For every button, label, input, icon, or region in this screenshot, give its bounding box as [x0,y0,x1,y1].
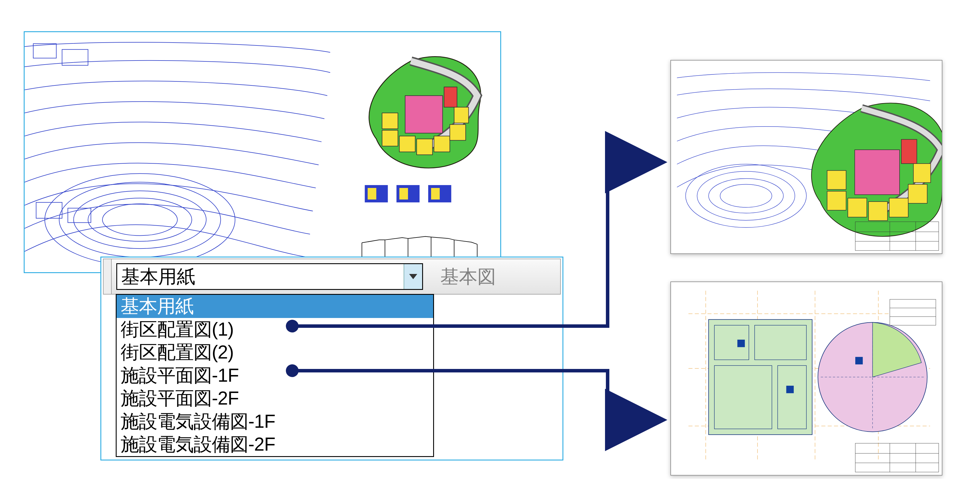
connector-source-dot [286,364,299,377]
svg-rect-9 [405,96,443,133]
svg-rect-5 [33,44,56,58]
svg-rect-44 [913,164,931,183]
paper-selector-panel: 基本用紙 基本図 基本用紙 街区配置図(1) 街区配置図(2) 施設平面図-1F… [100,257,563,460]
svg-rect-10 [444,87,457,107]
paper-option[interactable]: 施設電気設備図-1F [117,410,433,433]
svg-rect-39 [827,191,846,210]
paper-option[interactable]: 施設平面図-1F [117,364,433,387]
main-preview-panel [24,31,501,273]
svg-point-3 [88,198,192,241]
paper-option[interactable]: 街区配置図(1) [117,318,433,341]
svg-rect-37 [901,139,917,163]
svg-rect-23 [431,188,440,200]
svg-point-1 [59,182,221,257]
paper-option[interactable]: 街区配置図(2) [117,341,433,364]
paper-listbox[interactable]: 基本用紙 街区配置図(1) 街区配置図(2) 施設平面図-1F 施設平面図-2F… [116,294,434,457]
svg-rect-66 [737,340,745,347]
contour-drawing [25,32,500,273]
paper-select-value: 基本用紙 [121,264,195,289]
svg-point-2 [73,191,206,249]
svg-rect-38 [827,171,846,190]
paper-select[interactable]: 基本用紙 [116,263,423,290]
svg-rect-15 [434,136,450,152]
svg-rect-68 [855,357,863,364]
preview-thumbnail-1 [670,60,942,254]
svg-rect-13 [399,136,415,152]
toolbar-mode-label: 基本図 [441,264,496,289]
svg-rect-74 [890,299,936,325]
paper-option[interactable]: 施設電気設備図-2F [117,433,433,456]
paper-toolbar: 基本用紙 基本図 [103,259,561,295]
svg-rect-16 [450,125,466,141]
connector-source-dot [286,320,299,332]
svg-rect-42 [889,198,908,217]
svg-rect-12 [382,130,398,146]
svg-rect-11 [382,113,398,129]
toolbar-handle-icon [103,259,112,294]
svg-rect-22 [399,188,408,200]
svg-rect-40 [848,198,867,217]
svg-rect-41 [869,201,888,221]
svg-rect-14 [417,139,433,155]
preview-thumbnail-2 [670,281,942,476]
svg-rect-7 [36,203,62,218]
svg-rect-8 [68,208,91,223]
svg-rect-43 [908,184,928,203]
svg-rect-58 [709,319,812,435]
svg-rect-17 [454,107,469,123]
svg-point-4 [102,204,177,236]
chevron-down-icon[interactable] [404,264,422,289]
paper-option[interactable]: 施設平面図-2F [117,387,433,410]
svg-rect-36 [855,150,900,195]
paper-option[interactable]: 基本用紙 [117,295,433,318]
svg-rect-67 [786,386,794,393]
svg-rect-21 [368,188,376,200]
